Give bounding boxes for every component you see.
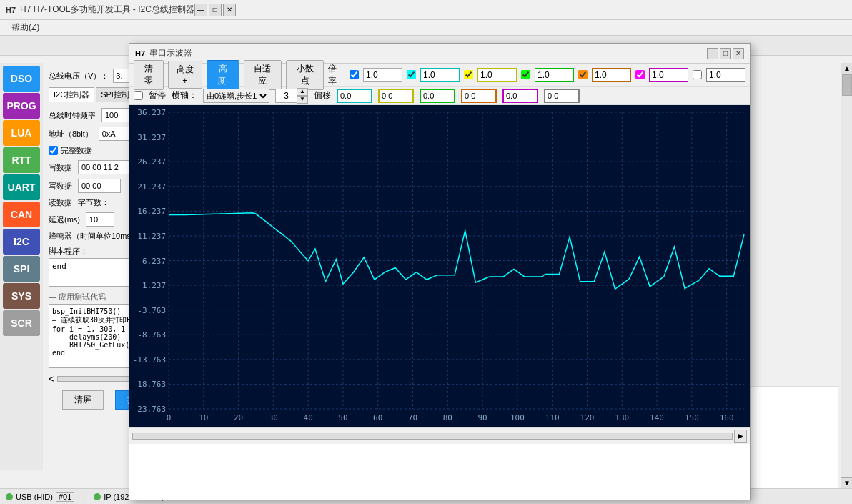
- pause-label: 暂停: [149, 89, 166, 102]
- write-label-2: 写数据: [49, 181, 72, 192]
- oscilloscope-canvas[interactable]: [129, 105, 750, 427]
- sidebar-item-can[interactable]: CAN: [3, 202, 40, 227]
- read-label: 读数据: [49, 197, 72, 208]
- sidebar-item-dso[interactable]: DSO: [3, 66, 40, 92]
- offset-ch5[interactable]: [502, 89, 538, 103]
- modal-minimize-button[interactable]: —: [707, 48, 718, 59]
- delay-label: 延迟(ms): [49, 214, 80, 225]
- sidebar-item-spi[interactable]: SPI: [3, 256, 40, 282]
- scroll-track: [841, 74, 852, 477]
- offset-ch6[interactable]: [544, 89, 580, 103]
- byte-label: 字节数：: [78, 197, 109, 208]
- complete-data-checkbox[interactable]: [49, 146, 58, 155]
- offset-ch4[interactable]: [461, 89, 497, 103]
- title-bar-controls: — □ ✕: [194, 4, 236, 16]
- ch5-checkbox[interactable]: [635, 70, 645, 79]
- offset-ch1[interactable]: [337, 89, 372, 103]
- ch2-input[interactable]: [477, 68, 517, 82]
- scroll-left-btn[interactable]: <: [49, 373, 54, 385]
- osc-toolbar-row1: 清零 高度+ 高度- 自适应 小数点 倍率: [129, 64, 750, 87]
- sidebar-item-i2c[interactable]: I2C: [3, 229, 40, 255]
- menu-help[interactable]: 帮助(Z): [6, 21, 45, 34]
- modal-icon: H7: [135, 49, 145, 58]
- address-label: 地址（8bit）: [49, 129, 93, 139]
- sidebar-item-lua[interactable]: LUA: [3, 120, 40, 146]
- usb-status[interactable]: USB (HID) #01: [6, 492, 74, 502]
- right-scrollbar: ▲ ▼: [841, 63, 852, 488]
- spinbox-down-btn[interactable]: ▼: [297, 96, 308, 104]
- chart-area: [129, 105, 750, 427]
- scroll-down-btn[interactable]: ▼: [841, 477, 852, 488]
- buzzer-label: 蜂鸣器（时间单位10ms: [49, 231, 131, 242]
- height-minus-button[interactable]: 高度-: [207, 60, 239, 90]
- decimal-button[interactable]: 小数点: [286, 60, 324, 90]
- offset-label: 偏移: [314, 89, 331, 102]
- maximize-button[interactable]: □: [209, 4, 222, 16]
- modal-controls: — □ ✕: [707, 48, 744, 59]
- clock-label: 总线时钟频率: [49, 110, 96, 121]
- title-bar: H7 H7 H7-TOOL多功能开发工具 - I2C总线控制器 — □ ✕: [0, 0, 852, 20]
- xaxis-label: 横轴：: [172, 89, 197, 102]
- ch3-checkbox[interactable]: [521, 70, 530, 79]
- close-button[interactable]: ✕: [223, 4, 236, 16]
- height-plus-button[interactable]: 高度+: [168, 61, 203, 89]
- complete-data-label: 完整数据: [49, 145, 92, 156]
- write-label-1: 写数据: [49, 162, 72, 173]
- pause-checkbox[interactable]: [134, 91, 143, 100]
- modal-maximize-button[interactable]: □: [720, 48, 731, 59]
- modal-close-button[interactable]: ✕: [733, 48, 744, 59]
- ch2-checkbox[interactable]: [464, 70, 473, 79]
- write-input-2[interactable]: [78, 179, 121, 193]
- scroll-thumb[interactable]: [842, 74, 852, 96]
- port-label: #01: [56, 492, 74, 502]
- tab-i2c[interactable]: I2C控制器: [49, 87, 94, 102]
- sidebar-item-sys[interactable]: SYS: [3, 283, 40, 309]
- auto-fit-button[interactable]: 自适应: [244, 60, 282, 90]
- app-icon: H7: [6, 6, 16, 14]
- offset-ch2[interactable]: [378, 89, 414, 103]
- ch4-checkbox[interactable]: [578, 70, 588, 79]
- modal-title: 串口示波器: [149, 47, 707, 59]
- rate-label: 倍率: [328, 63, 345, 87]
- ch6-checkbox[interactable]: [693, 70, 702, 79]
- h-scroll-track[interactable]: [132, 433, 733, 440]
- offset-ch3[interactable]: [420, 89, 455, 103]
- ch3-input[interactable]: [535, 68, 574, 82]
- left-sidebar: DSO PROG LUA RTT UART CAN I2C SPI SYS SC…: [0, 63, 43, 470]
- osc-bottom-bar: ▶: [129, 427, 750, 444]
- scroll-right-arrow[interactable]: ▶: [734, 430, 747, 443]
- sidebar-item-rtt[interactable]: RTT: [3, 147, 40, 173]
- ch1-input[interactable]: [420, 68, 460, 82]
- voltage-label: 总线电压（V）：: [49, 71, 109, 81]
- rate-input[interactable]: [363, 68, 402, 82]
- clear-button[interactable]: 清屏: [62, 390, 104, 410]
- clear-zero-button[interactable]: 清零: [134, 60, 164, 90]
- spinbox-up-btn[interactable]: ▲: [297, 88, 308, 96]
- menu-bar: 帮助(Z): [0, 20, 852, 36]
- delay-input[interactable]: [86, 212, 114, 227]
- scroll-up-btn[interactable]: ▲: [841, 63, 852, 74]
- osc-toolbar-row2: 暂停 横轴： 由0递增,步长1 ▲ ▼ 偏移: [129, 87, 750, 105]
- clock-input[interactable]: [101, 108, 130, 122]
- spinbox-input[interactable]: [275, 89, 297, 103]
- ch1-checkbox[interactable]: [407, 70, 416, 79]
- sidebar-item-prog[interactable]: PROG: [3, 93, 40, 119]
- spinbox-controls: ▲ ▼: [297, 88, 308, 104]
- ip-indicator: [94, 493, 101, 500]
- minimize-button[interactable]: —: [194, 4, 207, 16]
- ch4-input[interactable]: [592, 68, 631, 82]
- usb-label: USB (HID): [16, 493, 53, 501]
- divider-1: |: [83, 493, 85, 501]
- main-window: H7 H7 H7-TOOL多功能开发工具 - I2C总线控制器 — □ ✕ 帮助…: [0, 0, 852, 504]
- usb-indicator: [6, 493, 13, 500]
- ch6-input[interactable]: [706, 68, 746, 82]
- app-title: H7 H7-TOOL多功能开发工具 - I2C总线控制器: [20, 4, 194, 16]
- sidebar-item-scr[interactable]: SCR: [3, 310, 40, 336]
- rate-checkbox[interactable]: [350, 70, 359, 79]
- sidebar-item-uart[interactable]: UART: [3, 174, 40, 200]
- ch5-input[interactable]: [649, 68, 688, 82]
- xaxis-select[interactable]: 由0递增,步长1: [203, 89, 269, 103]
- oscilloscope-modal: H7 串口示波器 — □ ✕ 清零 高度+ 高度- 自适应 小数点 倍率: [129, 43, 751, 500]
- spinbox: ▲ ▼: [275, 88, 308, 104]
